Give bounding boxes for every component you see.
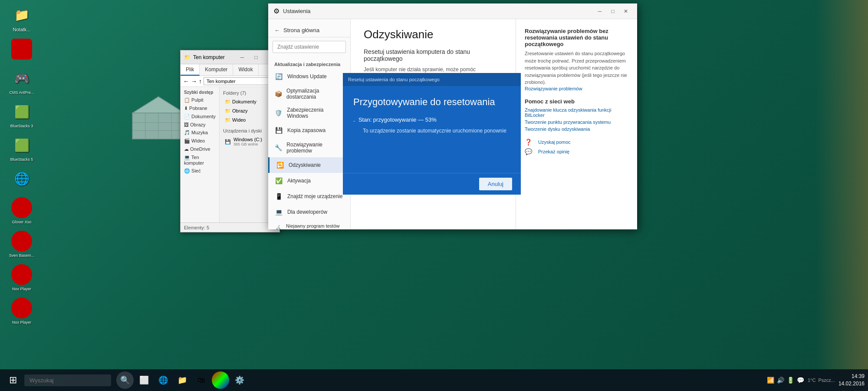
file-explorer-tabs: Plik Komputer Widok (181, 64, 279, 76)
browser-icon: 🌐 (11, 168, 32, 189)
nav-item-znajdz[interactable]: 📱 Znajdź moje urządzenie (268, 189, 350, 204)
desktop-icon-notes[interactable]: 📁 Notatk... (4, 4, 39, 32)
desktop-icon-nox2[interactable]: Nox Player (4, 298, 39, 325)
settings-minimize-button[interactable]: ─ (594, 6, 606, 17)
desktop-icon-glover[interactable]: Glover Xso (4, 197, 39, 224)
notes-icon: 📁 (11, 4, 32, 25)
taskbar-pinned-icons: 🔍 ⬜ 🌐 📁 🛍 ⚙️ (116, 371, 248, 389)
nav-label-optymalizacja: Optymalizacja dostarczania (286, 88, 344, 100)
status-bullet: · (353, 117, 355, 124)
desktop-icon-label: Notatk... (13, 27, 31, 32)
recovery-disk-link[interactable]: Tworzenie dysku odzyskiwania (525, 126, 628, 132)
file-explorer-titlebar: 📁 Ten komputer ─ □ ✕ (181, 50, 279, 64)
sidebar-item-obrazy[interactable]: 🖼 Obrazy (181, 121, 219, 129)
nav-label-zabezpieczenia: Zabezpieczenia Windows (287, 107, 344, 119)
nav-item-odzyskiwanie[interactable]: 🔁 Odzyskiwanie (268, 157, 350, 173)
reset-section-title: Resetuj ustawienia komputera do stanu po… (364, 48, 503, 62)
desktop-icon-bluestacks3[interactable]: 🟩 BlueStacks 3 (4, 101, 39, 128)
reset-sub-text: To urządzenie zostanie automatycznie uru… (363, 128, 510, 134)
sidebar-item-pobrane[interactable]: ⬇ Pobrane (181, 104, 219, 113)
desktop-icon-bluestacks5[interactable]: 🟩 BlueStacks 5 (4, 135, 39, 162)
taskbar-icon-store[interactable]: 🛍 (193, 371, 210, 389)
nav-item-aktywacja[interactable]: ✅ Aktywacja (268, 173, 350, 189)
sidebar-item-onedrive[interactable]: ☁ OneDrive (181, 145, 219, 153)
reset-dialog-body: Przygotowywanie do resetowania · Stan: p… (343, 86, 521, 173)
tab-komputer[interactable]: Komputer (200, 64, 233, 76)
red-icon-1 (11, 39, 32, 60)
taskbar: ⊞ 🔍 ⬜ 🌐 📁 🛍 ⚙️ 📶 🔊 🔋 💬 1°C Pszcz... (0, 369, 868, 391)
fe-maximize-button[interactable]: □ (250, 52, 262, 63)
optymalizacja-icon: 📦 (274, 89, 282, 98)
right-panel-help-section: ❓ Uzyskaj pomoc 💬 Przekaż opinię (525, 139, 628, 155)
volume-icon[interactable]: 🔊 (777, 377, 784, 384)
settings-close-button[interactable]: ✕ (620, 6, 632, 17)
desktop-icon-nox1[interactable]: Nox Player (4, 264, 39, 291)
desktop-icon-red1[interactable] (4, 39, 39, 61)
bluestacks5-icon: 🟩 (11, 135, 32, 156)
nav-item-optymalizacja[interactable]: 📦 Optymalizacja dostarczania (268, 84, 350, 103)
glover-icon (11, 197, 32, 218)
back-icon[interactable]: ← (183, 78, 189, 85)
feedback-link[interactable]: Przekaż opinię (538, 149, 569, 154)
settings-titlebar: ⚙ Ustawienia ─ □ ✕ (268, 3, 637, 19)
tab-plik[interactable]: Plik (181, 64, 200, 76)
niejawny-icon: 🔬 (274, 224, 282, 229)
fe-minimize-button[interactable]: ─ (236, 52, 248, 63)
nav-item-kopia[interactable]: 💾 Kopia zapasowa (268, 123, 350, 138)
taskbar-icon-task-view[interactable]: ⬜ (135, 371, 153, 389)
network-icon[interactable]: 📶 (767, 377, 774, 384)
sidebar-item-ten-komputer[interactable]: 💻 Ten komputer (181, 153, 219, 167)
get-help-row[interactable]: ❓ Uzyskaj pomoc (525, 139, 628, 146)
settings-maximize-button[interactable]: □ (607, 6, 619, 17)
sidebar-item-muzyka[interactable]: 🎵 Muzyka (181, 129, 219, 137)
taskbar-icon-folder[interactable]: 📁 (174, 371, 191, 389)
help-icon: ❓ (525, 139, 532, 146)
settings-window-controls: ─ □ ✕ (594, 6, 632, 17)
nav-label-deweloperzy: Dla deweloperów (287, 209, 327, 215)
file-explorer-title: Ten komputer (193, 54, 225, 60)
get-help-link[interactable]: Uzyskaj pomoc (538, 139, 571, 145)
desktop-icon-label-glover: Glover Xso (12, 220, 32, 224)
taskbar-icon-settings[interactable]: ⚙️ (231, 371, 248, 389)
up-icon[interactable]: ↑ (199, 78, 202, 85)
taskbar-search-input[interactable] (24, 374, 111, 386)
taskbar-clock[interactable]: 14:39 14.02.2016 (838, 373, 865, 388)
forward-icon[interactable]: → (191, 78, 197, 85)
quick-access-label: Szybki dostęp (181, 89, 219, 96)
start-button[interactable]: ⊞ (3, 371, 23, 390)
desktop-icon-cms[interactable]: 🎮 CMS AntPre... (4, 68, 39, 95)
settings-page-title: Odzyskiwanie (364, 28, 503, 41)
settings-search-input[interactable] (273, 41, 346, 53)
sidebar-item-pulpit[interactable]: 📋 Pulpit (181, 96, 219, 104)
settings-home-link[interactable]: ← Strona główna (268, 23, 350, 37)
nav-label-windows-update: Windows Update (287, 73, 327, 80)
tab-widok[interactable]: Widok (233, 64, 258, 76)
nav-item-niejawny[interactable]: 🔬 Niejawny program testów systemu Window… (268, 220, 350, 229)
taskbar-icon-edge[interactable]: 🌐 (155, 371, 172, 389)
bitlocker-link[interactable]: Znajdowanie klucza odzyskiwania funkcji … (525, 107, 628, 118)
nav-item-windows-update[interactable]: 🔄 Windows Update (268, 69, 350, 84)
nav-item-rozwiazywanie[interactable]: 🔧 Rozwiązywanie problemów (268, 138, 350, 157)
settings-title-text: Ustawienia (283, 8, 590, 14)
nav-item-zabezpieczenia[interactable]: 🛡️ Zabezpieczenia Windows (268, 103, 350, 123)
address-bar[interactable]: Ten komputer (204, 77, 277, 85)
sidebar-item-siec[interactable]: 🌐 Sieć (181, 167, 219, 175)
troubleshoot-link[interactable]: Rozwiązywanie problemów (525, 86, 628, 91)
battery-icon[interactable]: 🔋 (787, 377, 794, 384)
sidebar-item-dokumenty[interactable]: 📄 Dokumenty (181, 113, 219, 121)
drive-label: Windows (C:) (233, 137, 262, 142)
nav-item-deweloperzy[interactable]: 💻 Dla deweloperów (268, 204, 350, 220)
taskbar-icon-colorpicker[interactable] (212, 371, 229, 389)
desktop-icon-browser[interactable]: 🌐 (4, 168, 39, 191)
odzyskiwanie-icon: 🔁 (276, 161, 284, 169)
desktop-icon-label-sven: Sven Basem... (9, 253, 35, 258)
taskbar-right-area: 📶 🔊 🔋 💬 1°C Pszcz... 14:39 14.02.2016 (767, 373, 865, 388)
notification-icon[interactable]: 💬 (797, 377, 804, 384)
weather-area: 1°C Pszcz... (808, 378, 835, 383)
feedback-row[interactable]: 💬 Przekaż opinię (525, 148, 628, 155)
desktop-icon-sven[interactable]: Sven Basem... (4, 231, 39, 258)
sidebar-item-wideo[interactable]: 🎬 Wideo (181, 137, 219, 145)
cancel-button[interactable]: Anuluj (479, 178, 512, 190)
taskbar-icon-cortana[interactable]: 🔍 (116, 371, 134, 389)
restore-point-link[interactable]: Tworzenie punktu przywracania systemu (525, 119, 628, 125)
